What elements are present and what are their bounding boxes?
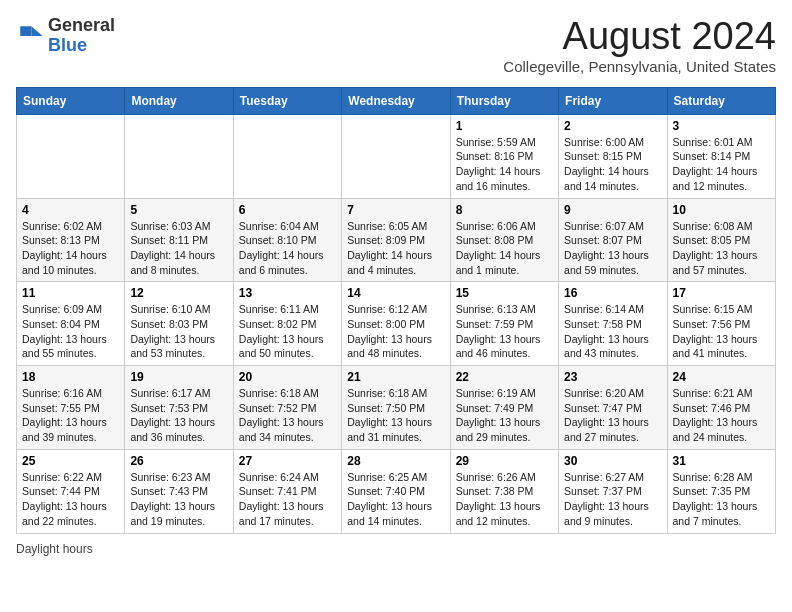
day-info: Sunrise: 6:27 AMSunset: 7:37 PMDaylight:… [564, 470, 661, 529]
title-section: August 2024 Collegeville, Pennsylvania, … [503, 16, 776, 75]
day-info: Sunrise: 5:59 AMSunset: 8:16 PMDaylight:… [456, 135, 553, 194]
day-number: 14 [347, 286, 444, 300]
day-info: Sunrise: 6:05 AMSunset: 8:09 PMDaylight:… [347, 219, 444, 278]
day-number: 1 [456, 119, 553, 133]
day-number: 18 [22, 370, 119, 384]
calendar-cell: 2Sunrise: 6:00 AMSunset: 8:15 PMDaylight… [559, 114, 667, 198]
day-number: 27 [239, 454, 336, 468]
calendar-subtitle: Collegeville, Pennsylvania, United State… [503, 58, 776, 75]
calendar-cell: 30Sunrise: 6:27 AMSunset: 7:37 PMDayligh… [559, 449, 667, 533]
calendar-cell: 4Sunrise: 6:02 AMSunset: 8:13 PMDaylight… [17, 198, 125, 282]
day-number: 9 [564, 203, 661, 217]
weekday-header: Friday [559, 87, 667, 114]
calendar-cell: 12Sunrise: 6:10 AMSunset: 8:03 PMDayligh… [125, 282, 233, 366]
calendar-cell: 16Sunrise: 6:14 AMSunset: 7:58 PMDayligh… [559, 282, 667, 366]
day-info: Sunrise: 6:00 AMSunset: 8:15 PMDaylight:… [564, 135, 661, 194]
day-number: 13 [239, 286, 336, 300]
calendar-body: 1Sunrise: 5:59 AMSunset: 8:16 PMDaylight… [17, 114, 776, 533]
calendar-cell: 24Sunrise: 6:21 AMSunset: 7:46 PMDayligh… [667, 366, 775, 450]
logo: General Blue [16, 16, 115, 56]
day-info: Sunrise: 6:20 AMSunset: 7:47 PMDaylight:… [564, 386, 661, 445]
calendar-week-row: 1Sunrise: 5:59 AMSunset: 8:16 PMDaylight… [17, 114, 776, 198]
day-number: 8 [456, 203, 553, 217]
weekday-row: SundayMondayTuesdayWednesdayThursdayFrid… [17, 87, 776, 114]
calendar-cell: 18Sunrise: 6:16 AMSunset: 7:55 PMDayligh… [17, 366, 125, 450]
day-info: Sunrise: 6:12 AMSunset: 8:00 PMDaylight:… [347, 302, 444, 361]
calendar-cell: 10Sunrise: 6:08 AMSunset: 8:05 PMDayligh… [667, 198, 775, 282]
calendar-cell: 15Sunrise: 6:13 AMSunset: 7:59 PMDayligh… [450, 282, 558, 366]
calendar-cell: 21Sunrise: 6:18 AMSunset: 7:50 PMDayligh… [342, 366, 450, 450]
calendar-cell: 19Sunrise: 6:17 AMSunset: 7:53 PMDayligh… [125, 366, 233, 450]
calendar-cell: 8Sunrise: 6:06 AMSunset: 8:08 PMDaylight… [450, 198, 558, 282]
logo-text: General Blue [48, 16, 115, 56]
day-info: Sunrise: 6:14 AMSunset: 7:58 PMDaylight:… [564, 302, 661, 361]
footer-note: Daylight hours [16, 542, 776, 556]
day-info: Sunrise: 6:18 AMSunset: 7:52 PMDaylight:… [239, 386, 336, 445]
calendar-cell: 14Sunrise: 6:12 AMSunset: 8:00 PMDayligh… [342, 282, 450, 366]
day-number: 31 [673, 454, 770, 468]
calendar-week-row: 11Sunrise: 6:09 AMSunset: 8:04 PMDayligh… [17, 282, 776, 366]
calendar-cell: 13Sunrise: 6:11 AMSunset: 8:02 PMDayligh… [233, 282, 341, 366]
day-number: 21 [347, 370, 444, 384]
day-info: Sunrise: 6:16 AMSunset: 7:55 PMDaylight:… [22, 386, 119, 445]
calendar-cell: 3Sunrise: 6:01 AMSunset: 8:14 PMDaylight… [667, 114, 775, 198]
calendar-cell: 26Sunrise: 6:23 AMSunset: 7:43 PMDayligh… [125, 449, 233, 533]
day-info: Sunrise: 6:24 AMSunset: 7:41 PMDaylight:… [239, 470, 336, 529]
calendar-cell: 28Sunrise: 6:25 AMSunset: 7:40 PMDayligh… [342, 449, 450, 533]
day-info: Sunrise: 6:10 AMSunset: 8:03 PMDaylight:… [130, 302, 227, 361]
calendar-cell: 9Sunrise: 6:07 AMSunset: 8:07 PMDaylight… [559, 198, 667, 282]
calendar-week-row: 25Sunrise: 6:22 AMSunset: 7:44 PMDayligh… [17, 449, 776, 533]
day-number: 20 [239, 370, 336, 384]
day-info: Sunrise: 6:13 AMSunset: 7:59 PMDaylight:… [456, 302, 553, 361]
day-number: 10 [673, 203, 770, 217]
day-number: 22 [456, 370, 553, 384]
weekday-header: Thursday [450, 87, 558, 114]
calendar-cell: 5Sunrise: 6:03 AMSunset: 8:11 PMDaylight… [125, 198, 233, 282]
day-info: Sunrise: 6:23 AMSunset: 7:43 PMDaylight:… [130, 470, 227, 529]
calendar-header: SundayMondayTuesdayWednesdayThursdayFrid… [17, 87, 776, 114]
day-info: Sunrise: 6:22 AMSunset: 7:44 PMDaylight:… [22, 470, 119, 529]
day-info: Sunrise: 6:21 AMSunset: 7:46 PMDaylight:… [673, 386, 770, 445]
day-number: 5 [130, 203, 227, 217]
calendar-cell: 1Sunrise: 5:59 AMSunset: 8:16 PMDaylight… [450, 114, 558, 198]
day-number: 6 [239, 203, 336, 217]
day-info: Sunrise: 6:09 AMSunset: 8:04 PMDaylight:… [22, 302, 119, 361]
calendar-cell: 23Sunrise: 6:20 AMSunset: 7:47 PMDayligh… [559, 366, 667, 450]
calendar-cell: 27Sunrise: 6:24 AMSunset: 7:41 PMDayligh… [233, 449, 341, 533]
calendar-cell: 29Sunrise: 6:26 AMSunset: 7:38 PMDayligh… [450, 449, 558, 533]
day-number: 30 [564, 454, 661, 468]
day-info: Sunrise: 6:06 AMSunset: 8:08 PMDaylight:… [456, 219, 553, 278]
svg-rect-1 [20, 26, 31, 36]
day-info: Sunrise: 6:18 AMSunset: 7:50 PMDaylight:… [347, 386, 444, 445]
calendar-cell: 22Sunrise: 6:19 AMSunset: 7:49 PMDayligh… [450, 366, 558, 450]
weekday-header: Sunday [17, 87, 125, 114]
weekday-header: Wednesday [342, 87, 450, 114]
weekday-header: Saturday [667, 87, 775, 114]
day-number: 2 [564, 119, 661, 133]
calendar-cell: 31Sunrise: 6:28 AMSunset: 7:35 PMDayligh… [667, 449, 775, 533]
day-number: 28 [347, 454, 444, 468]
day-info: Sunrise: 6:19 AMSunset: 7:49 PMDaylight:… [456, 386, 553, 445]
weekday-header: Tuesday [233, 87, 341, 114]
calendar-cell: 25Sunrise: 6:22 AMSunset: 7:44 PMDayligh… [17, 449, 125, 533]
day-number: 26 [130, 454, 227, 468]
calendar-cell: 7Sunrise: 6:05 AMSunset: 8:09 PMDaylight… [342, 198, 450, 282]
day-info: Sunrise: 6:17 AMSunset: 7:53 PMDaylight:… [130, 386, 227, 445]
day-info: Sunrise: 6:08 AMSunset: 8:05 PMDaylight:… [673, 219, 770, 278]
day-info: Sunrise: 6:04 AMSunset: 8:10 PMDaylight:… [239, 219, 336, 278]
day-info: Sunrise: 6:07 AMSunset: 8:07 PMDaylight:… [564, 219, 661, 278]
calendar-cell [125, 114, 233, 198]
day-info: Sunrise: 6:11 AMSunset: 8:02 PMDaylight:… [239, 302, 336, 361]
calendar-cell: 17Sunrise: 6:15 AMSunset: 7:56 PMDayligh… [667, 282, 775, 366]
day-info: Sunrise: 6:25 AMSunset: 7:40 PMDaylight:… [347, 470, 444, 529]
header: General Blue August 2024 Collegeville, P… [16, 16, 776, 75]
calendar-table: SundayMondayTuesdayWednesdayThursdayFrid… [16, 87, 776, 534]
calendar-week-row: 18Sunrise: 6:16 AMSunset: 7:55 PMDayligh… [17, 366, 776, 450]
day-number: 23 [564, 370, 661, 384]
day-number: 24 [673, 370, 770, 384]
logo-blue-text: Blue [48, 35, 87, 55]
day-number: 25 [22, 454, 119, 468]
day-number: 15 [456, 286, 553, 300]
day-number: 7 [347, 203, 444, 217]
calendar-cell: 6Sunrise: 6:04 AMSunset: 8:10 PMDaylight… [233, 198, 341, 282]
